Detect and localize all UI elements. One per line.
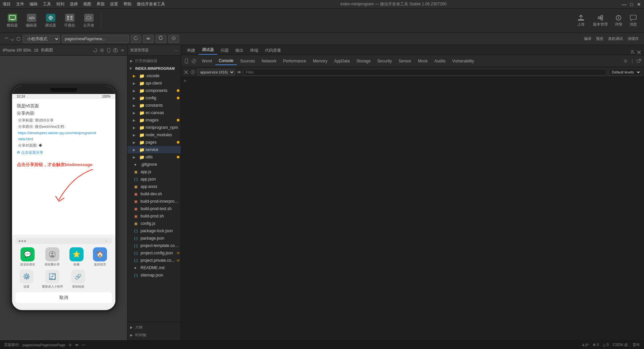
maximize-button[interactable]: □ [629, 2, 634, 7]
share-cancel-btn[interactable]: 取消 [15, 292, 112, 303]
tree-item-appwxss[interactable]: ▣ app.wxss [127, 183, 181, 190]
tree-item-pkglock[interactable]: { } package-lock.json [127, 227, 181, 235]
menu-help[interactable]: 帮助 [123, 1, 131, 7]
detach-icon[interactable] [637, 59, 641, 63]
click-share-text[interactable]: ♻ 点击设置分享 [17, 150, 111, 155]
arrow-icon[interactable] [120, 48, 124, 53]
rotate-icon[interactable] [93, 48, 98, 53]
tree-item-appjs[interactable]: ▣ app.js [127, 168, 181, 176]
tree-item-pages[interactable]: ▶ 📁 pages [127, 139, 181, 146]
tab-quality[interactable]: 代码质量 [262, 46, 284, 55]
tab-debugger[interactable]: 调试器 [199, 46, 217, 55]
inner-tab-wxml[interactable]: Wxml [199, 57, 215, 65]
version-button[interactable]: 版本管理 [590, 13, 610, 28]
console-clear-icon[interactable] [184, 70, 189, 74]
share-collect-item[interactable]: ⭐ 收藏 [69, 247, 84, 267]
tree-item-gitignore[interactable]: ● .gitignore [127, 161, 181, 168]
tree-item-buildprodinner[interactable]: ▣ build-prod-innerprod.sh [127, 198, 181, 205]
expand-icon[interactable] [630, 50, 635, 55]
clear-cache-btn[interactable]: 清缓存 [626, 36, 640, 42]
tab-build[interactable]: 构建 [184, 46, 199, 55]
simulator-button[interactable]: 模拟器 [4, 12, 20, 29]
close-panel-icon[interactable] [637, 50, 641, 55]
inner-tab-audits[interactable]: Audits [431, 57, 449, 65]
inner-tab-sources[interactable]: Sources [237, 57, 258, 65]
inner-tab-appdata[interactable]: AppData [331, 57, 353, 65]
share-settings-item[interactable]: ⚙️ 设置 [19, 269, 34, 289]
path-input[interactable] [62, 35, 129, 43]
tree-item-api-client[interactable]: ▶ 📁 api-client [127, 80, 181, 87]
refresh-btn[interactable] [131, 35, 141, 43]
context-selector[interactable]: appservice (#16) [197, 69, 235, 76]
inner-tab-mock[interactable]: Mock [415, 57, 431, 65]
outline-section[interactable]: ▶ 大纲 [127, 323, 181, 331]
refresh-icon[interactable] [16, 37, 21, 41]
minimize-button[interactable]: — [622, 2, 627, 7]
file-panel-more-icon[interactable]: ··· [174, 48, 178, 53]
share-restart-item[interactable]: 🔄 重新进入小程序 [42, 269, 63, 289]
upload-button[interactable]: 上传 [573, 13, 589, 28]
console-prompt[interactable]: > [184, 79, 641, 83]
console-pause-icon[interactable] [191, 70, 195, 74]
inner-tab-network[interactable]: Network [258, 57, 280, 65]
menu-settings[interactable]: 设置 [110, 1, 118, 7]
inner-tab-memory[interactable]: Memory [310, 57, 331, 65]
project-root-item[interactable]: ▼ INDEX-MINIPROGRAM [127, 65, 181, 72]
settings-status-icon[interactable] [68, 343, 72, 347]
visual-button[interactable]: 可视化 [61, 12, 78, 29]
details-button[interactable]: 详情 [612, 13, 625, 28]
menu-file[interactable]: 文件 [16, 1, 24, 7]
share-home-item[interactable]: 🏠 返回首页 [93, 247, 107, 267]
settings-icon[interactable] [623, 59, 628, 63]
share-copy-item[interactable]: 🔗 复制链接 [71, 269, 85, 289]
mode-selector[interactable]: 小程序模式 [23, 35, 60, 43]
message-button[interactable]: 消息 [627, 13, 640, 28]
tree-item-components[interactable]: ▶ 📁 components [127, 87, 181, 94]
tree-item-ec-canvas[interactable]: ▶ 📁 ec-canvas [127, 109, 181, 116]
inner-tab-storage[interactable]: Storage [353, 57, 374, 65]
tab-problems[interactable]: 问题 [217, 46, 232, 55]
eye-status-icon[interactable] [75, 343, 79, 347]
eye-console-icon[interactable] [237, 70, 241, 74]
inner-tab-performance[interactable]: Performance [280, 57, 310, 65]
inner-tab-security[interactable]: Security [374, 57, 395, 65]
tree-item-utils[interactable]: ▶ 📁 utils [127, 153, 181, 161]
menu-project[interactable]: 项目 [3, 1, 11, 7]
compile-refresh-btn[interactable] [156, 35, 166, 43]
tree-item-sitemap[interactable]: { } sitemap.json [127, 271, 181, 279]
timeline-section[interactable]: ▶ 时间轴 [127, 331, 181, 339]
camera-icon[interactable] [113, 48, 118, 53]
menu-interface[interactable]: 界面 [97, 1, 105, 7]
level-selector[interactable]: Default levels [609, 69, 641, 76]
menu-tools[interactable]: 工具 [43, 1, 51, 7]
tree-item-builddev[interactable]: ▣ build-dev.sh [127, 190, 181, 198]
tree-item-buildprodtest[interactable]: ▣ build-prod-test.sh [127, 205, 181, 212]
tree-item-readme[interactable]: ● README.md [127, 264, 181, 271]
menu-edit[interactable]: 编辑 [30, 1, 38, 7]
cloud-button[interactable]: 云开发 [80, 12, 97, 29]
editor-button[interactable]: </> 编辑器 [23, 12, 40, 29]
hot-reload-btn[interactable]: 热截图 [41, 47, 53, 53]
close-button[interactable]: ✕ [637, 2, 641, 7]
tree-item-prjprivate[interactable]: { } project.private.co... M [127, 257, 181, 264]
tree-item-vscode[interactable]: ▶ 📁 .vscode [127, 72, 181, 80]
real-test-label-btn[interactable]: 真机调试 [607, 36, 624, 42]
filter-input[interactable] [244, 69, 607, 76]
menu-view[interactable]: 视图 [83, 1, 91, 7]
tree-item-constants[interactable]: ▶ 📁 constants [127, 102, 181, 109]
no-icon[interactable] [191, 58, 197, 64]
tree-item-configjs[interactable]: ▣ config.js [127, 220, 181, 227]
preview-label-btn[interactable]: 预览 [595, 36, 605, 42]
compile-label-btn[interactable]: 编译 [583, 36, 593, 42]
share-circle-item[interactable]: 朋友圈分享 [45, 247, 60, 267]
tree-item-node-modules[interactable]: ▶ 📁 node_modules [127, 131, 181, 139]
mobile-icon[interactable] [184, 58, 189, 64]
tree-item-appjson[interactable]: { } app.json [127, 176, 181, 183]
tree-item-config[interactable]: ▶ 📁 config [127, 94, 181, 102]
tree-item-buildprod[interactable]: ▣ build-prod.sh [127, 212, 181, 220]
inner-tab-console[interactable]: Console [215, 57, 237, 65]
tree-item-service[interactable]: ▶ 📁 service [127, 146, 181, 153]
eye-btn[interactable] [143, 35, 154, 43]
tab-terminal[interactable]: 终端 [247, 46, 262, 55]
tree-item-prjconfig[interactable]: { } project.config.json M [127, 249, 181, 257]
